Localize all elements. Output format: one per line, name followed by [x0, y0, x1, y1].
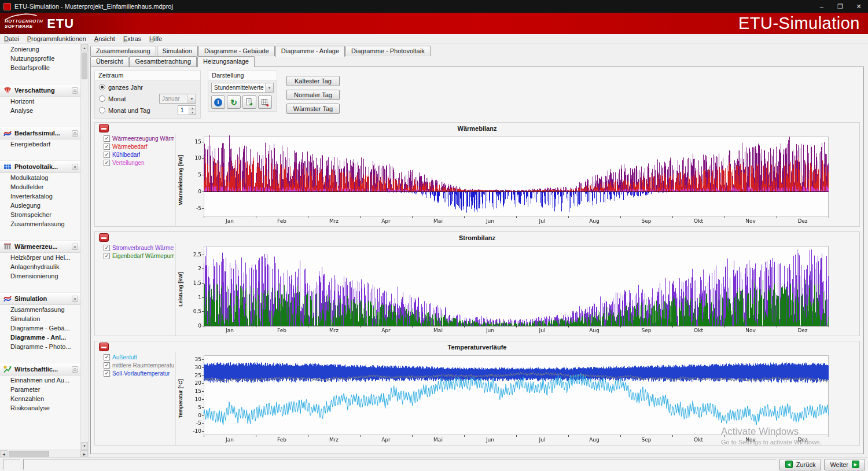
radio-monat-und-tag[interactable]: Monat und Tag 1 ▲ ▼: [99, 105, 196, 115]
checkbox-icon[interactable]: ✓: [104, 135, 110, 142]
sidebar-item-bedarfsprofile[interactable]: Bedarfsprofile: [0, 63, 80, 72]
scrollbar-thumb[interactable]: [82, 53, 87, 79]
scrollbar-track[interactable]: [81, 51, 88, 442]
sidebar-item-simulation[interactable]: Simulation: [0, 314, 80, 323]
month-select[interactable]: Januar ▼: [159, 94, 196, 104]
normaler-tag-button[interactable]: Normaler Tag: [286, 90, 340, 100]
info-button[interactable]: i: [211, 95, 225, 109]
tab-diagramme-anlage[interactable]: Diagramme - Anlage: [275, 46, 345, 57]
sidebar-item-diagramme-gebaeude[interactable]: Diagramme - Gebä...: [0, 323, 80, 333]
sidebar-item-diagramme-photovoltaik[interactable]: Diagramme - Photo...: [0, 342, 80, 351]
scroll-down-icon[interactable]: ▼: [81, 442, 88, 450]
tab-gesamtbetrachtung[interactable]: Gesamtbetrachtung: [129, 56, 197, 67]
checkbox-icon[interactable]: ✓: [104, 354, 110, 360]
sidebar-section-photovoltaik[interactable]: Photovoltaik...: [0, 160, 80, 173]
radio-button-icon[interactable]: [99, 95, 105, 102]
checkbox-icon[interactable]: ✓: [104, 160, 110, 166]
checkbox-icon[interactable]: ✓: [104, 370, 110, 377]
sidebar-item-inverterkatalog[interactable]: Inverterkatalog: [0, 192, 80, 201]
sidebar-item-zonierung[interactable]: Zonierung: [0, 45, 80, 54]
checkbox-icon[interactable]: ✓: [104, 362, 110, 369]
sidebar-item-kennzahlen[interactable]: Kennzahlen: [0, 394, 80, 403]
radio-ganzes-jahr[interactable]: ganzes Jahr: [99, 82, 196, 92]
collapse-chevron-icon[interactable]: [72, 87, 78, 94]
sidebar-item-horizont[interactable]: Horizont: [0, 97, 80, 106]
menu-hilfe[interactable]: Hilfe: [145, 35, 166, 43]
collapse-chevron-icon[interactable]: [72, 296, 78, 302]
collapse-chevron-icon[interactable]: [72, 366, 78, 373]
scroll-up-icon[interactable]: ▲: [81, 44, 88, 51]
sidebar-item-energiebedarf[interactable]: Energiebedarf: [0, 139, 80, 149]
collapse-chart-button[interactable]: ▬: [99, 233, 109, 242]
legend-item-raumtemperatur[interactable]: ✓ mittlere Raumtemperatur: [104, 362, 174, 369]
menu-programmfunktionen[interactable]: Programmfunktionen: [23, 35, 90, 43]
kaeltester-tag-button[interactable]: Kältester Tag: [286, 76, 340, 86]
export-button[interactable]: [242, 95, 256, 109]
sidebar-item-diagramme-anlage[interactable]: Diagramme - Anl...: [0, 333, 80, 342]
sidebar-item-modulkatalog[interactable]: Modulkatalog: [0, 173, 80, 182]
sidebar-item-sim-zusammenfassung[interactable]: Zusammenfassung: [0, 305, 80, 314]
legend-item-kuehlbedarf[interactable]: ✓ Kühlbedarf: [104, 152, 174, 158]
collapse-chevron-icon[interactable]: [72, 244, 78, 250]
minimize-button[interactable]: –: [812, 0, 831, 13]
legend-item-waermebedarf[interactable]: ✓ Wärmebedarf: [104, 143, 174, 150]
menu-datei[interactable]: Datei: [0, 35, 23, 43]
scrollbar-track[interactable]: [8, 450, 80, 457]
sidebar-section-wirtschaftlichkeit[interactable]: Wirtschaftlic...: [0, 363, 80, 376]
collapse-chart-button[interactable]: ▬: [99, 124, 109, 133]
back-button[interactable]: ◀ Zurück: [779, 459, 822, 470]
scroll-right-icon[interactable]: ▶: [80, 450, 88, 457]
sidebar-item-anlagenhydraulik[interactable]: Anlagenhydraulik: [0, 262, 80, 271]
tab-simulation[interactable]: Simulation: [157, 46, 198, 56]
menu-extras[interactable]: Extras: [119, 35, 145, 43]
sidebar-section-bedarfssimulation[interactable]: Bedarfssimul...: [0, 127, 80, 139]
checkbox-icon[interactable]: ✓: [104, 143, 110, 150]
sidebar-item-auslegung[interactable]: Auslegung: [0, 201, 80, 210]
sidebar-item-heizkoerper[interactable]: Heizkörper und Hei...: [0, 253, 80, 262]
radio-monat[interactable]: Monat Januar ▼: [99, 94, 196, 104]
checkbox-icon[interactable]: ✓: [104, 253, 110, 259]
spinner-up-icon[interactable]: ▲: [189, 106, 196, 111]
tab-uebersicht[interactable]: Übersicht: [90, 56, 128, 67]
sidebar-section-waermeerzeugung[interactable]: Wärmeerzeu...: [0, 240, 80, 253]
waermster-tag-button[interactable]: Wärmster Tag: [286, 104, 340, 114]
sidebar-item-risikoanalyse[interactable]: Risikoanalyse: [0, 403, 80, 413]
tab-diagramme-photovoltaik[interactable]: Diagramme - Photovoltaik: [345, 46, 431, 56]
tab-heizungsanlage[interactable]: Heizungsanlage: [197, 56, 255, 67]
maximize-button[interactable]: ❐: [831, 0, 849, 13]
sidebar-vertical-scrollbar[interactable]: ▲ ▼: [80, 44, 88, 450]
checkbox-icon[interactable]: ✓: [104, 152, 110, 158]
day-spinner[interactable]: 1 ▲ ▼: [178, 105, 196, 115]
next-button[interactable]: Weiter ▶: [824, 459, 865, 470]
table-export-button[interactable]: [258, 95, 272, 109]
sidebar-horizontal-scrollbar[interactable]: ◀ ▶: [0, 450, 88, 457]
sidebar-item-nutzungsprofile[interactable]: Nutzungsprofile: [0, 54, 80, 63]
tab-diagramme-gebaeude[interactable]: Diagramme - Gebäude: [198, 46, 275, 56]
legend-item-stromverbrauch[interactable]: ✓ Stromverbrauch Wärmepumpe: [104, 245, 174, 251]
refresh-button[interactable]: ↻: [227, 95, 241, 109]
radio-button-icon[interactable]: [99, 107, 105, 113]
legend-item-vorlauftemperatur[interactable]: ✓ Soll-Vorlauftemperatur: [104, 370, 174, 377]
legend-item-waermeerzeugung[interactable]: ✓ Wärmeerzeugung Wärmepumpe: [104, 135, 174, 142]
sidebar-item-analyse[interactable]: Analyse: [0, 106, 80, 115]
checkbox-icon[interactable]: ✓: [104, 245, 110, 251]
darstellung-select[interactable]: Stundenmittelwerte ▼: [211, 83, 274, 93]
tab-zusammenfassung[interactable]: Zusammenfassung: [90, 46, 156, 56]
sidebar-item-parameter[interactable]: Parameter: [0, 385, 80, 394]
scroll-left-icon[interactable]: ◀: [0, 450, 8, 457]
legend-item-verteilungen[interactable]: ✓ Verteilungen: [104, 160, 174, 166]
menu-ansicht[interactable]: Ansicht: [90, 35, 119, 43]
sidebar-item-stromspeicher[interactable]: Stromspeicher: [0, 210, 80, 219]
collapse-chevron-icon[interactable]: [72, 164, 78, 170]
close-button[interactable]: ✕: [849, 0, 868, 13]
legend-item-eigenbedarf[interactable]: ✓ Eigenbedarf Wärmepumpe Vitoc: [104, 253, 174, 259]
sidebar-item-pv-zusammenfassung[interactable]: Zusammenfassung: [0, 219, 80, 229]
spinner-down-icon[interactable]: ▼: [189, 111, 196, 115]
scrollbar-thumb[interactable]: [9, 451, 49, 457]
sidebar-item-modulfelder[interactable]: Modulfelder: [0, 182, 80, 192]
collapse-chevron-icon[interactable]: [72, 130, 78, 137]
sidebar-section-verschattung[interactable]: Verschattung: [0, 84, 80, 97]
collapse-chart-button[interactable]: ▬: [99, 343, 109, 351]
sidebar-item-dimensionierung[interactable]: Dimensionierung: [0, 271, 80, 281]
legend-item-aussenluft[interactable]: ✓ Außenluft: [104, 354, 174, 360]
